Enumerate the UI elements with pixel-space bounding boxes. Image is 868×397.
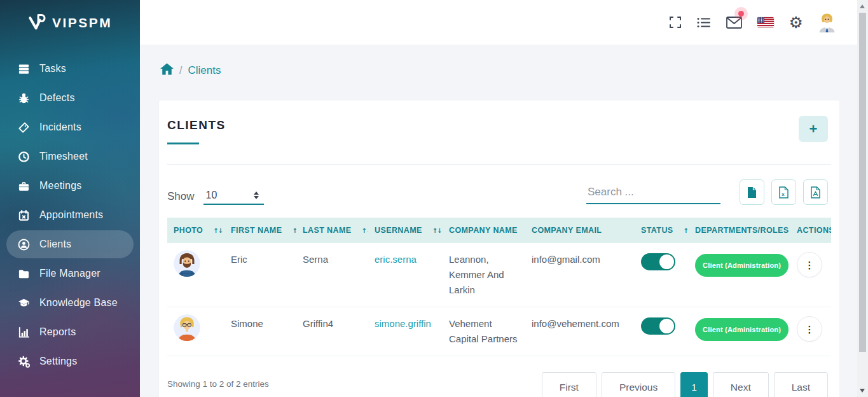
timesheet-icon — [18, 151, 39, 163]
pagination-next-button[interactable]: Next — [713, 372, 769, 397]
column-header-actions[interactable]: ACTIONS — [790, 218, 831, 243]
clients-icon — [18, 239, 39, 251]
sidebar-nav: Tasks Defects Incidents Timesheet — [0, 55, 140, 375]
kebab-menu-icon[interactable]: ⋮ — [797, 252, 822, 277]
appointments-icon — [18, 209, 39, 221]
sidebar-item-incidents[interactable]: Incidents — [6, 113, 134, 141]
kebab-menu-icon[interactable]: ⋮ — [797, 316, 822, 342]
sidebar-item-tasks[interactable]: Tasks — [6, 55, 134, 83]
sidebar-item-label: Knowledge Base — [39, 297, 118, 309]
home-icon[interactable] — [160, 63, 174, 78]
sidebar-item-file-manager[interactable]: File Manager — [6, 260, 134, 288]
table-header-row: PHOTO↑↓ FIRST NAME↑↓ LAST NAME↑↓ USERNAM… — [167, 218, 831, 243]
column-header-last-name[interactable]: LAST NAME↑↓ — [296, 218, 368, 243]
clients-card: CLIENTS + Show 10 x — [159, 101, 839, 397]
cell-last-name: Griffin4 — [296, 307, 368, 356]
sort-icon[interactable]: ↑↓ — [432, 227, 442, 234]
column-header-status[interactable]: STATUS↑↓ — [635, 218, 689, 243]
breadcrumb: / Clients — [160, 63, 221, 78]
sidebar-item-label: Clients — [39, 239, 71, 250]
profile-avatar[interactable] — [818, 13, 836, 32]
column-header-departments-roles[interactable]: DEPARTMENTS/ROLES — [689, 218, 790, 243]
cell-company-name: Vehement Capital Partners — [443, 307, 525, 356]
pagination-previous-button[interactable]: Previous — [602, 372, 675, 397]
cell-company-email: info@vehement.com — [525, 307, 635, 356]
sidebar-item-label: File Manager — [39, 268, 100, 279]
status-toggle[interactable] — [641, 253, 675, 270]
sidebar-item-label: Appointments — [39, 209, 103, 221]
brand-name: VIPSPM — [52, 15, 112, 31]
breadcrumb-separator: / — [179, 65, 182, 76]
sort-icon[interactable]: ↑↓ — [684, 227, 689, 234]
sidebar-item-label: Defects — [39, 92, 75, 104]
page-size-control: Show 10 — [167, 190, 264, 205]
file-copy-icon[interactable] — [740, 179, 764, 205]
brand-logo[interactable]: VIPSPM — [0, 0, 140, 46]
sidebar-item-timesheet[interactable]: Timesheet — [6, 143, 134, 171]
column-header-first-name[interactable]: FIRST NAME↑↓ — [224, 218, 296, 243]
table-row: Simone Griffin4 simone.griffin Vehement … — [167, 307, 831, 356]
scroll-down-icon[interactable] — [860, 389, 865, 393]
file-pdf-icon[interactable] — [803, 179, 828, 205]
avatar-simone[interactable] — [174, 314, 200, 341]
vertical-scrollbar[interactable] — [857, 0, 868, 397]
pagination-page-1-button[interactable]: 1 — [680, 372, 708, 397]
pagination-last-button[interactable]: Last — [774, 372, 828, 397]
fullscreen-icon[interactable] — [669, 16, 682, 29]
list-icon[interactable] — [697, 17, 711, 28]
cell-first-name: Eric — [224, 243, 296, 307]
defects-icon — [18, 92, 39, 104]
sidebar-item-appointments[interactable]: Appointments — [6, 201, 134, 229]
topbar: ⚙ — [140, 0, 857, 45]
sidebar-item-label: Settings — [39, 356, 77, 367]
us-flag-icon[interactable] — [757, 17, 774, 27]
cell-company-email: info@gmail.com — [525, 243, 635, 307]
table-summary: Showing 1 to 2 of 2 entries — [167, 379, 269, 389]
settings-gear-icon[interactable]: ⚙ — [789, 15, 803, 31]
mail-icon[interactable] — [726, 17, 742, 29]
column-header-company-email[interactable]: COMPANY EMAIL — [525, 218, 635, 243]
knowledge-base-icon — [18, 297, 39, 309]
table-row: Eric Serna eric.serna Leannon, Kemmer An… — [167, 243, 831, 307]
sidebar-item-label: Timesheet — [39, 151, 88, 162]
pagination-first-button[interactable]: First — [542, 372, 596, 397]
vipspm-logo-icon — [28, 13, 47, 33]
file-excel-icon[interactable]: x — [771, 179, 796, 205]
username-link[interactable]: simone.griffin — [375, 318, 431, 329]
page-title: CLIENTS — [167, 118, 226, 132]
sidebar-item-clients[interactable]: Clients — [6, 230, 134, 258]
sidebar-item-label: Tasks — [39, 63, 66, 74]
sidebar-item-meetings[interactable]: Meetings — [6, 172, 134, 200]
sidebar-item-knowledge-base[interactable]: Knowledge Base — [6, 289, 134, 317]
role-badge: Client (Administration) — [695, 318, 789, 341]
scrollbar-thumb[interactable] — [859, 13, 866, 352]
notification-dot — [738, 11, 744, 17]
search-input[interactable] — [586, 183, 720, 204]
sidebar-item-defects[interactable]: Defects — [6, 84, 134, 112]
sort-icon[interactable]: ↑↓ — [292, 227, 296, 234]
status-toggle[interactable] — [641, 317, 675, 335]
column-header-photo[interactable]: PHOTO↑↓ — [167, 218, 224, 243]
sort-icon[interactable]: ↑↓ — [213, 227, 223, 234]
select-arrows-icon — [254, 192, 259, 199]
sidebar-item-label: Incidents — [39, 122, 81, 133]
page-size-value: 10 — [206, 190, 217, 200]
scroll-up-icon[interactable] — [860, 4, 865, 8]
avatar-eric[interactable] — [174, 250, 200, 277]
divider — [167, 164, 831, 165]
file-manager-icon — [18, 268, 39, 280]
add-client-button[interactable]: + — [799, 116, 828, 142]
sidebar-item-settings[interactable]: Settings — [6, 347, 134, 375]
settings-icon — [18, 356, 39, 368]
tasks-icon — [18, 63, 39, 75]
breadcrumb-current[interactable]: Clients — [188, 64, 221, 77]
sort-icon[interactable]: ↑↓ — [362, 227, 368, 234]
sidebar-item-reports[interactable]: Reports — [6, 318, 134, 346]
title-underline — [167, 143, 199, 144]
cell-last-name: Serna — [296, 243, 368, 307]
column-header-company-name[interactable]: COMPANY NAME — [443, 218, 525, 243]
username-link[interactable]: eric.serna — [375, 254, 417, 265]
page-size-select[interactable]: 10 — [203, 190, 264, 205]
column-header-username[interactable]: USERNAME↑↓ — [368, 218, 443, 243]
app-window: VIPSPM Tasks Defects Incidents — [0, 0, 868, 397]
